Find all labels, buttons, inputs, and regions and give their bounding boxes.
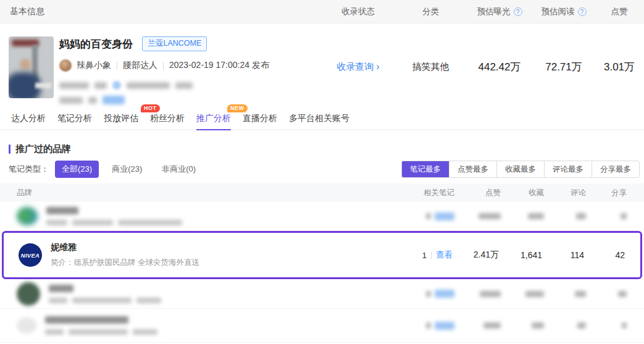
filter-row: 笔记类型： 全部(23) 商业(23) 非商业(0) 笔记最多 点赞最多 收藏最… bbox=[9, 161, 640, 178]
divider bbox=[431, 252, 432, 259]
tab-fans-analysis[interactable]: 粉丝分析 bbox=[150, 105, 185, 130]
col-estimated-reads: 预估阅读? bbox=[533, 0, 595, 23]
brand-row-redacted[interactable] bbox=[0, 279, 644, 309]
redacted-link[interactable] bbox=[102, 96, 125, 104]
comments-cell: 114 bbox=[542, 250, 584, 260]
view-link-redacted[interactable] bbox=[435, 290, 454, 298]
author-name[interactable]: 辣鼻小象 bbox=[77, 60, 111, 71]
brand-name: 妮维雅 bbox=[51, 242, 199, 253]
publish-time: 2023-02-19 17:00:24 发布 bbox=[169, 60, 269, 71]
highlighted-brand-row-outline: NIVEA 妮维雅 简介：德系护肤国民品牌 全球尖货海外直送 1 查看 2.41… bbox=[2, 231, 642, 279]
help-icon[interactable]: ? bbox=[578, 7, 587, 16]
tab-promotion-analysis[interactable]: 推广分析NEW bbox=[196, 105, 231, 130]
note-profile: 妈妈的百变身份 兰蔻LANCOME 辣鼻小象 腰部达人 2023-02-19 1… bbox=[9, 35, 644, 102]
sort-most-likes[interactable]: 点赞最多 bbox=[449, 161, 496, 177]
filter-non-commercial[interactable]: 非商业(0) bbox=[155, 161, 203, 178]
brand-row-redacted[interactable] bbox=[0, 202, 644, 231]
basic-info-title: 基本信息 bbox=[10, 6, 44, 17]
note-type-label: 笔记类型： bbox=[9, 164, 49, 175]
brand-row-redacted[interactable] bbox=[0, 309, 644, 343]
view-link-redacted[interactable] bbox=[435, 322, 454, 330]
sort-button-group: 笔记最多 点赞最多 收藏最多 评论最多 分享最多 bbox=[401, 161, 640, 178]
filter-all[interactable]: 全部(23) bbox=[55, 161, 99, 178]
filter-commercial[interactable]: 商业(23) bbox=[105, 161, 149, 178]
brand-row-nivea[interactable]: NIVEA 妮维雅 简介：德系护肤国民品牌 全球尖货海外直送 1 查看 2.41… bbox=[4, 233, 640, 277]
header-likes: 点赞 bbox=[454, 188, 501, 198]
header-collections: 收藏 bbox=[501, 188, 544, 198]
header-brand: 品牌 bbox=[17, 188, 396, 198]
note-title: 妈妈的百变身份 bbox=[59, 38, 133, 50]
page: 基本信息 收录状态 分类 预估曝光? 预估阅读? 点赞 收录查询› 搞笑其他 4… bbox=[0, 0, 644, 344]
redacted-icon bbox=[112, 81, 121, 90]
table-header-row: 品牌 相关笔记 点赞 收藏 评论 分享 bbox=[0, 183, 644, 202]
col-estimated-exposure: 预估曝光? bbox=[466, 0, 533, 23]
promoted-brands-table: 品牌 相关笔记 点赞 收藏 评论 分享 bbox=[0, 183, 644, 343]
section-accent-bar bbox=[9, 145, 10, 154]
tab-multi-platform-accounts[interactable]: 多平台相关账号 bbox=[289, 105, 349, 130]
nivea-logo: NIVEA bbox=[19, 243, 42, 267]
redacted-stats-line bbox=[59, 81, 269, 90]
header-shares: 分享 bbox=[586, 188, 627, 198]
brand-logo-redacted bbox=[17, 207, 38, 225]
sort-most-collections[interactable]: 收藏最多 bbox=[496, 161, 544, 177]
col-index-status: 收录状态 bbox=[321, 0, 395, 23]
view-link-redacted[interactable] bbox=[435, 212, 454, 220]
likes-cell: 2.41万 bbox=[453, 250, 499, 261]
brand-tag-badge[interactable]: 兰蔻LANCOME bbox=[142, 36, 207, 51]
author-avatar[interactable] bbox=[59, 59, 72, 72]
shares-cell: 42 bbox=[584, 250, 625, 260]
brand-logo-redacted bbox=[17, 282, 40, 306]
note-thumbnail[interactable] bbox=[9, 36, 54, 98]
header-comments: 评论 bbox=[544, 188, 586, 198]
sort-most-notes[interactable]: 笔记最多 bbox=[402, 161, 449, 177]
col-category: 分类 bbox=[395, 0, 466, 23]
author-level: 腰部达人 bbox=[123, 60, 157, 71]
tab-placement-evaluation[interactable]: 投放评估HOT bbox=[104, 105, 138, 130]
help-icon[interactable]: ? bbox=[514, 7, 522, 16]
view-link[interactable]: 查看 bbox=[436, 250, 453, 261]
tab-talent-analysis[interactable]: 达人分析 bbox=[11, 105, 46, 130]
analysis-tabs: 达人分析 笔记分析 投放评估HOT 粉丝分析 推广分析NEW 直播分析 多平台相… bbox=[0, 105, 644, 130]
sort-most-comments[interactable]: 评论最多 bbox=[544, 161, 592, 177]
collections-cell: 1,641 bbox=[499, 250, 542, 260]
tab-live-analysis[interactable]: 直播分析 bbox=[243, 105, 277, 130]
related-notes-count: 1 bbox=[422, 251, 427, 260]
tab-note-analysis[interactable]: 笔记分析 bbox=[57, 105, 92, 130]
metric-column-headers: 收录状态 分类 预估曝光? 预估阅读? 点赞 bbox=[321, 0, 644, 23]
promoted-brands-section-title: 推广过的品牌 bbox=[9, 143, 71, 155]
redacted-info-line bbox=[59, 96, 269, 104]
sort-most-shares[interactable]: 分享最多 bbox=[592, 161, 639, 177]
brand-logo-redacted bbox=[17, 317, 36, 334]
divider bbox=[163, 62, 164, 70]
col-likes: 点赞 bbox=[595, 0, 644, 23]
divider bbox=[117, 62, 117, 70]
brand-description: 简介：德系护肤国民品牌 全球尖货海外直送 bbox=[51, 258, 199, 268]
header-related-notes: 相关笔记 bbox=[396, 188, 454, 198]
